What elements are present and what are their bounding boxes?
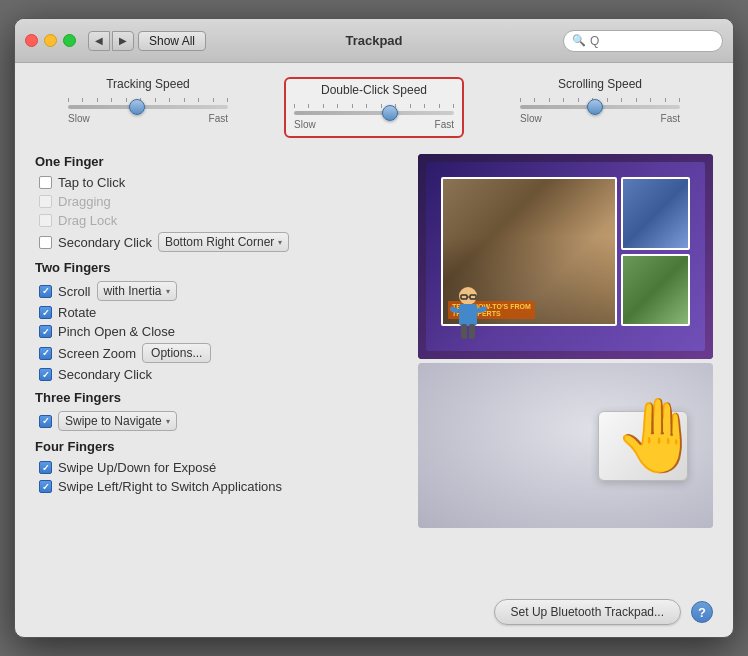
search-input[interactable] [590, 34, 714, 48]
secondary-click-one-checkbox[interactable] [39, 236, 52, 249]
swipe-dropdown-arrow-icon: ▾ [166, 417, 170, 426]
main-content: One Finger Tap to Click Dragging Drag Lo… [15, 146, 733, 591]
bluetooth-trackpad-button[interactable]: Set Up Bluetooth Trackpad... [494, 599, 681, 625]
swipe-navigate-dropdown[interactable]: Swipe to Navigate ▾ [58, 411, 177, 431]
swipe-leftright-checkbox[interactable] [39, 480, 52, 493]
left-panel: One Finger Tap to Click Dragging Drag Lo… [35, 146, 402, 575]
rotate-checkbox[interactable] [39, 306, 52, 319]
show-all-button[interactable]: Show All [138, 31, 206, 51]
minimize-button[interactable] [44, 34, 57, 47]
scroll-checkbox[interactable] [39, 285, 52, 298]
tracking-speed-label: Tracking Speed [106, 77, 190, 91]
scroll-dropdown[interactable]: with Inertia ▾ [97, 281, 177, 301]
secondary-click-dropdown[interactable]: Bottom Right Corner ▾ [158, 232, 289, 252]
pinch-row: Pinch Open & Close [39, 324, 402, 339]
bottom-bar: Set Up Bluetooth Trackpad... ? [15, 591, 733, 637]
back-button[interactable]: ◀ [88, 31, 110, 51]
svg-rect-7 [449, 306, 459, 314]
help-button[interactable]: ? [691, 601, 713, 623]
secondary-click-two-row: Secondary Click [39, 367, 402, 382]
preview-video: TECH HOW-TO'S FROM THE EXPERTS [418, 154, 713, 359]
maximize-button[interactable] [63, 34, 76, 47]
screen-zoom-options-button[interactable]: Options... [142, 343, 211, 363]
secondary-click-one-row: Secondary Click Bottom Right Corner ▾ [39, 232, 402, 252]
main-window: ◀ ▶ Show All Trackpad 🔍 Tracking Speed S… [14, 18, 734, 638]
nav-buttons: ◀ ▶ [88, 31, 134, 51]
scrolling-speed-slider[interactable] [520, 105, 680, 109]
dropdown-arrow-icon: ▾ [278, 238, 282, 247]
screen-zoom-label: Screen Zoom [58, 346, 136, 361]
dragging-row: Dragging [39, 194, 402, 209]
dragging-label: Dragging [58, 194, 111, 209]
drag-lock-label: Drag Lock [58, 213, 117, 228]
double-click-speed-slider[interactable] [294, 111, 454, 115]
traffic-lights [25, 34, 76, 47]
mascot-figure [446, 286, 491, 346]
tracking-speed-group: Tracking Speed Slow Fast [58, 77, 238, 138]
scrolling-speed-labels: Slow Fast [520, 113, 680, 124]
secondary-click-two-checkbox[interactable] [39, 368, 52, 381]
dragging-checkbox[interactable] [39, 195, 52, 208]
tracking-ticks [68, 97, 228, 103]
two-fingers-header: Two Fingers [35, 260, 402, 275]
tap-to-click-checkbox[interactable] [39, 176, 52, 189]
swipe-leftright-label: Swipe Left/Right to Switch Applications [58, 479, 282, 494]
drag-lock-checkbox[interactable] [39, 214, 52, 227]
swipe-navigate-row: Swipe to Navigate ▾ [39, 411, 402, 431]
swipe-navigate-checkbox[interactable] [39, 415, 52, 428]
search-box[interactable]: 🔍 [563, 30, 723, 52]
search-icon: 🔍 [572, 34, 586, 47]
forward-button[interactable]: ▶ [112, 31, 134, 51]
four-fingers-header: Four Fingers [35, 439, 402, 454]
svg-rect-5 [461, 324, 467, 339]
rotate-label: Rotate [58, 305, 96, 320]
svg-rect-8 [476, 306, 487, 313]
scrolling-speed-group: Scrolling Speed Slow Fast [510, 77, 690, 138]
titlebar: ◀ ▶ Show All Trackpad 🔍 [15, 19, 733, 63]
tracking-speed-labels: Slow Fast [68, 113, 228, 124]
speed-controls: Tracking Speed Slow Fast Double-Click Sp… [15, 63, 733, 146]
tap-to-click-label: Tap to Click [58, 175, 125, 190]
tap-to-click-row: Tap to Click [39, 175, 402, 190]
double-click-ticks [294, 103, 454, 109]
pinch-checkbox[interactable] [39, 325, 52, 338]
secondary-click-two-label: Secondary Click [58, 367, 152, 382]
three-fingers-header: Three Fingers [35, 390, 402, 405]
swipe-updown-label: Swipe Up/Down for Exposé [58, 460, 216, 475]
rotate-row: Rotate [39, 305, 402, 320]
scroll-row: Scroll with Inertia ▾ [39, 281, 402, 301]
scroll-dropdown-arrow-icon: ▾ [166, 287, 170, 296]
tracking-speed-thumb[interactable] [129, 99, 145, 115]
scrolling-speed-label: Scrolling Speed [558, 77, 642, 91]
hand-icon: 🤚 [613, 399, 703, 471]
tracking-speed-slider[interactable] [68, 105, 228, 109]
screen-zoom-checkbox[interactable] [39, 347, 52, 360]
svg-rect-1 [459, 304, 477, 326]
secondary-click-one-label: Secondary Click [58, 235, 152, 250]
close-button[interactable] [25, 34, 38, 47]
double-click-speed-labels: Slow Fast [294, 119, 454, 130]
double-click-speed-label: Double-Click Speed [321, 83, 427, 97]
screen-zoom-row: Screen Zoom Options... [39, 343, 402, 363]
swipe-updown-checkbox[interactable] [39, 461, 52, 474]
double-click-speed-group: Double-Click Speed Slow Fast [284, 77, 464, 138]
svg-rect-6 [469, 324, 475, 339]
drag-lock-row: Drag Lock [39, 213, 402, 228]
swipe-leftright-row: Swipe Left/Right to Switch Applications [39, 479, 402, 494]
double-click-speed-thumb[interactable] [382, 105, 398, 121]
pinch-label: Pinch Open & Close [58, 324, 175, 339]
one-finger-header: One Finger [35, 154, 402, 169]
swipe-updown-row: Swipe Up/Down for Exposé [39, 460, 402, 475]
scroll-label: Scroll [58, 284, 91, 299]
trackpad-preview: 🤚 [418, 363, 713, 528]
right-panel: TECH HOW-TO'S FROM THE EXPERTS [418, 146, 713, 575]
window-title: Trackpad [345, 33, 402, 48]
